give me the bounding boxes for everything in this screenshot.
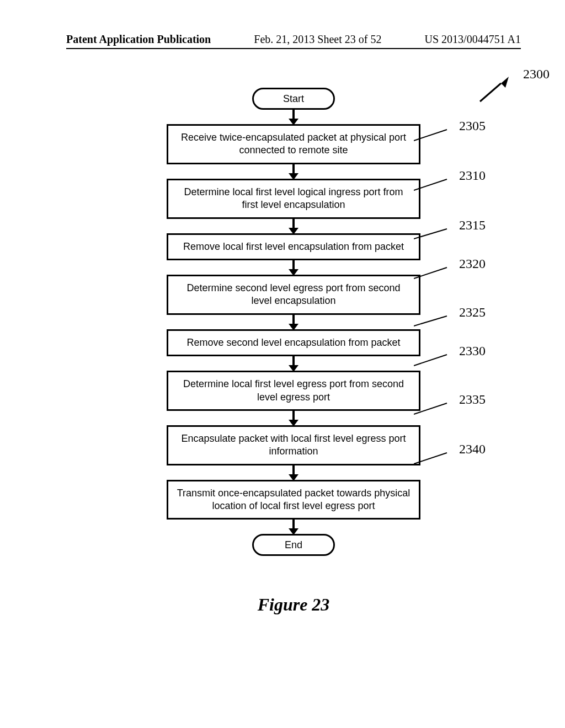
page-header: Patent Application Publication Feb. 21, … [66,33,521,49]
svg-line-6 [414,316,447,326]
page-container: Patent Application Publication Feb. 21, … [0,0,565,728]
arrow [139,411,448,425]
svg-line-7 [414,355,447,366]
arrow [139,219,448,233]
svg-line-5 [414,267,447,279]
svg-line-0 [480,83,501,101]
svg-line-4 [414,229,447,239]
header-left: Patent Application Publication [66,33,211,46]
step-2310: Determine local first level logical ingr… [167,179,420,219]
arrow [139,520,448,534]
step-2330: Determine local first level egress port … [167,371,420,411]
ref-2330: 2330 [459,344,486,358]
header-right: US 2013/0044751 A1 [425,33,521,46]
step-2320: Determine second level egress port from … [167,275,420,315]
arrow [139,356,448,371]
arrow [139,260,448,275]
ref-main-label: 2300 [523,67,550,82]
ref-2325: 2325 [459,305,486,320]
ref-2340: 2340 [459,442,486,457]
step-2335: Encapsulate packet with local first leve… [167,425,420,465]
arrow [139,164,448,179]
ref-2335: 2335 [459,392,486,407]
step-2305: Receive twice-encapsulated packet at phy… [167,124,420,164]
leader-2305 [414,127,458,144]
arrow [139,315,448,329]
arrow [139,110,448,124]
terminal-start: Start [252,88,335,110]
ref-2305: 2305 [459,119,486,133]
step-2340: Transmit once-encapsulated packet toward… [167,480,420,520]
leader-2325 [414,314,458,330]
leader-2335 [414,401,458,417]
leader-2320 [414,265,458,282]
flowchart: Start Receive twice-encapsulated packet … [139,88,448,556]
leader-2330 [414,352,458,369]
terminal-end: End [252,534,335,556]
step-2325: Remove second level encapsulation from p… [167,329,420,356]
svg-line-2 [414,130,447,141]
svg-line-9 [414,453,447,464]
svg-line-8 [414,403,447,414]
svg-marker-1 [501,77,509,88]
ref-2320: 2320 [459,256,486,271]
header-center: Feb. 21, 2013 Sheet 23 of 52 [254,33,381,46]
leader-2340 [414,451,458,467]
arrow [139,465,448,480]
leader-2310 [414,177,458,194]
leader-2315 [414,227,458,243]
figure-label: Figure 23 [66,595,521,615]
step-2315: Remove local first level encapsulation f… [167,233,420,260]
svg-line-3 [414,179,447,190]
ref-2315: 2315 [459,218,486,233]
ref-2310: 2310 [459,168,486,183]
ref-arrow-main [475,77,519,110]
